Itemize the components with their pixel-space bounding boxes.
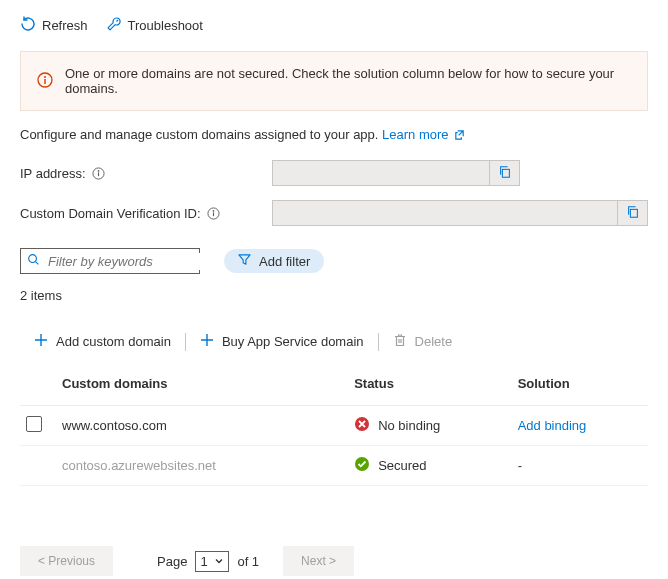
plus-icon bbox=[34, 333, 48, 350]
add-binding-link[interactable]: Add binding bbox=[518, 418, 587, 433]
wrench-icon bbox=[106, 16, 122, 35]
prev-page-button: < Previous bbox=[20, 546, 113, 576]
search-box[interactable] bbox=[20, 248, 200, 274]
table-row[interactable]: www.contoso.com No binding Add binding bbox=[20, 406, 648, 446]
learn-more-label: Learn more bbox=[382, 127, 448, 142]
external-link-icon bbox=[452, 127, 465, 142]
cdv-label-group: Custom Domain Verification ID: bbox=[20, 206, 272, 221]
warning-icon bbox=[37, 72, 53, 91]
ip-address-row: IP address: bbox=[20, 160, 648, 186]
info-icon[interactable] bbox=[92, 167, 105, 180]
status-text: No binding bbox=[378, 418, 440, 433]
warning-banner: One or more domains are not secured. Che… bbox=[20, 51, 648, 111]
troubleshoot-button[interactable]: Troubleshoot bbox=[106, 12, 203, 39]
ip-address-input[interactable] bbox=[273, 161, 489, 185]
refresh-label: Refresh bbox=[42, 18, 88, 33]
search-input[interactable] bbox=[46, 253, 219, 270]
svg-point-4 bbox=[97, 170, 99, 172]
warning-text: One or more domains are not secured. Che… bbox=[65, 66, 631, 96]
chevron-down-icon bbox=[214, 554, 224, 569]
ip-address-label: IP address: bbox=[20, 166, 86, 181]
copy-button[interactable] bbox=[489, 161, 519, 185]
pagination: < Previous Page 1 of 1 Next > bbox=[20, 546, 648, 576]
filter-icon bbox=[238, 253, 251, 269]
refresh-button[interactable]: Refresh bbox=[20, 12, 88, 39]
col-header-solution[interactable]: Solution bbox=[518, 364, 648, 406]
delete-button: Delete bbox=[379, 329, 467, 354]
svg-rect-9 bbox=[213, 212, 214, 216]
solution-cell: - bbox=[518, 446, 648, 486]
plus-icon bbox=[200, 333, 214, 350]
add-custom-domain-button[interactable]: Add custom domain bbox=[20, 329, 185, 354]
troubleshoot-label: Troubleshoot bbox=[128, 18, 203, 33]
info-icon[interactable] bbox=[207, 207, 220, 220]
page-dropdown[interactable]: 1 bbox=[195, 551, 229, 572]
page-of: of 1 bbox=[237, 554, 259, 569]
svg-rect-10 bbox=[630, 209, 637, 217]
search-icon bbox=[27, 253, 40, 269]
copy-button[interactable] bbox=[617, 201, 647, 225]
delete-label: Delete bbox=[415, 334, 453, 349]
cdv-label: Custom Domain Verification ID: bbox=[20, 206, 201, 221]
intro-text: Configure and manage custom domains assi… bbox=[20, 127, 382, 142]
page-label: Page bbox=[157, 554, 187, 569]
copy-icon bbox=[498, 165, 512, 182]
ip-address-label-group: IP address: bbox=[20, 166, 272, 181]
svg-rect-6 bbox=[502, 169, 509, 177]
trash-icon bbox=[393, 333, 407, 350]
filter-bar: Add filter bbox=[20, 248, 648, 274]
svg-rect-5 bbox=[97, 172, 98, 176]
command-bar: Refresh Troubleshoot bbox=[20, 12, 648, 39]
add-filter-button[interactable]: Add filter bbox=[224, 249, 324, 273]
success-icon bbox=[354, 456, 370, 475]
ip-address-field bbox=[272, 160, 520, 186]
add-custom-domain-label: Add custom domain bbox=[56, 334, 171, 349]
refresh-icon bbox=[20, 16, 36, 35]
page-current: 1 bbox=[200, 554, 207, 569]
learn-more-link[interactable]: Learn more bbox=[382, 127, 465, 142]
item-count: 2 items bbox=[20, 288, 648, 303]
page-selector: Page 1 of 1 bbox=[157, 551, 259, 572]
cdv-field bbox=[272, 200, 648, 226]
table-actions-bar: Add custom domain Buy App Service domain… bbox=[20, 329, 648, 364]
cdv-input[interactable] bbox=[273, 201, 617, 225]
svg-point-1 bbox=[44, 76, 46, 78]
domain-cell: contoso.azurewebsites.net bbox=[62, 446, 354, 486]
col-header-domain[interactable]: Custom domains bbox=[62, 364, 354, 406]
col-header-status[interactable]: Status bbox=[354, 364, 518, 406]
status-text: Secured bbox=[378, 458, 426, 473]
domain-cell: www.contoso.com bbox=[62, 406, 354, 446]
svg-rect-2 bbox=[44, 79, 45, 84]
intro-text-row: Configure and manage custom domains assi… bbox=[20, 127, 648, 142]
add-filter-label: Add filter bbox=[259, 254, 310, 269]
copy-icon bbox=[626, 205, 640, 222]
domains-table: Custom domains Status Solution www.conto… bbox=[20, 364, 648, 486]
table-row: contoso.azurewebsites.net Secured - bbox=[20, 446, 648, 486]
buy-domain-label: Buy App Service domain bbox=[222, 334, 364, 349]
cdv-row: Custom Domain Verification ID: bbox=[20, 200, 648, 226]
svg-point-11 bbox=[29, 255, 37, 263]
error-icon bbox=[354, 416, 370, 435]
svg-point-8 bbox=[212, 210, 214, 212]
buy-domain-button[interactable]: Buy App Service domain bbox=[186, 329, 378, 354]
next-page-button: Next > bbox=[283, 546, 354, 576]
row-checkbox[interactable] bbox=[26, 416, 42, 432]
